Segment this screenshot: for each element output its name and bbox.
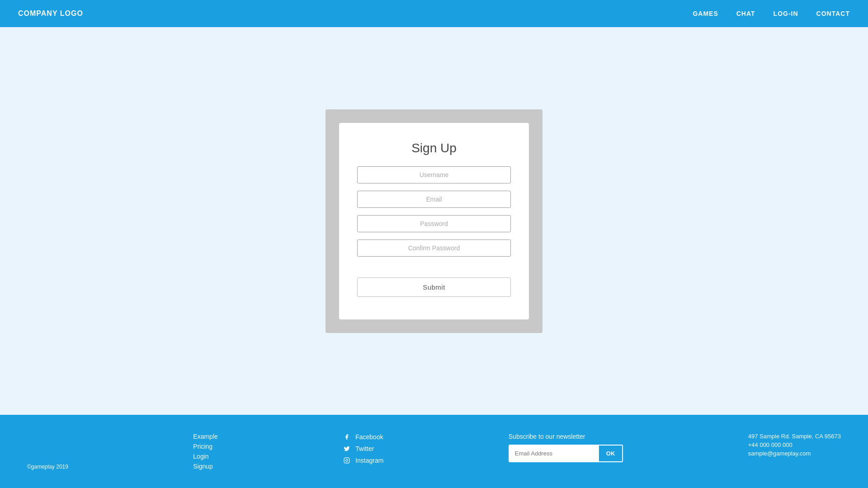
footer-newsletter: Subscribe to our newsletter OK — [509, 433, 623, 462]
footer-link-signup[interactable]: Signup — [193, 463, 217, 470]
footer-link-login[interactable]: Login — [193, 453, 217, 460]
confirm-password-input[interactable] — [357, 239, 511, 257]
newsletter-submit-button[interactable]: OK — [599, 445, 623, 462]
signup-card: Sign Up Submit — [339, 123, 529, 319]
footer-social: Facebook Twitter Instagram — [343, 433, 383, 465]
outer-card: Sign Up Submit — [326, 109, 542, 333]
social-facebook[interactable]: Facebook — [343, 433, 383, 441]
facebook-icon — [343, 433, 351, 441]
submit-button[interactable]: Submit — [357, 277, 511, 297]
social-instagram[interactable]: Instagram — [343, 456, 383, 465]
instagram-icon — [343, 456, 351, 465]
footer-links: Example Pricing Login Signup — [193, 433, 217, 470]
nav-contact[interactable]: CONTACT — [816, 10, 850, 17]
password-input[interactable] — [357, 215, 511, 232]
twitter-label: Twitter — [355, 445, 374, 452]
nav-chat[interactable]: CHAT — [736, 10, 755, 17]
nav-login[interactable]: LOG-IN — [774, 10, 798, 17]
social-twitter[interactable]: Twitter — [343, 445, 383, 453]
footer-contact: 497 Sample Rd. Sample, CA 95673 +44 000 … — [748, 433, 841, 457]
nav-games[interactable]: GAMES — [693, 10, 718, 17]
footer-copyright: ©gameplay 2019 — [27, 464, 68, 470]
email-input[interactable] — [357, 191, 511, 208]
main-content: Sign Up Submit — [0, 27, 868, 415]
footer: ©gameplay 2019 Example Pricing Login Sig… — [0, 415, 868, 488]
footer-address: 497 Sample Rd. Sample, CA 95673 — [748, 433, 841, 440]
newsletter-label: Subscribe to our newsletter — [509, 433, 623, 440]
footer-phone: +44 000 000 000 — [748, 441, 841, 448]
newsletter-email-input[interactable] — [509, 445, 599, 462]
svg-rect-0 — [344, 458, 349, 463]
facebook-label: Facebook — [355, 433, 383, 441]
footer-link-example[interactable]: Example — [193, 433, 217, 440]
twitter-icon — [343, 445, 351, 453]
company-logo: COMPANY LOGO — [18, 9, 83, 18]
footer-link-pricing[interactable]: Pricing — [193, 443, 217, 450]
navbar: COMPANY LOGO GAMES CHAT LOG-IN CONTACT — [0, 0, 868, 27]
instagram-label: Instagram — [355, 457, 383, 464]
footer-email: sample@gameplay.com — [748, 450, 841, 457]
signup-title: Sign Up — [411, 141, 457, 155]
navbar-links: GAMES CHAT LOG-IN CONTACT — [693, 10, 850, 17]
username-input[interactable] — [357, 166, 511, 183]
newsletter-form: OK — [509, 445, 623, 462]
